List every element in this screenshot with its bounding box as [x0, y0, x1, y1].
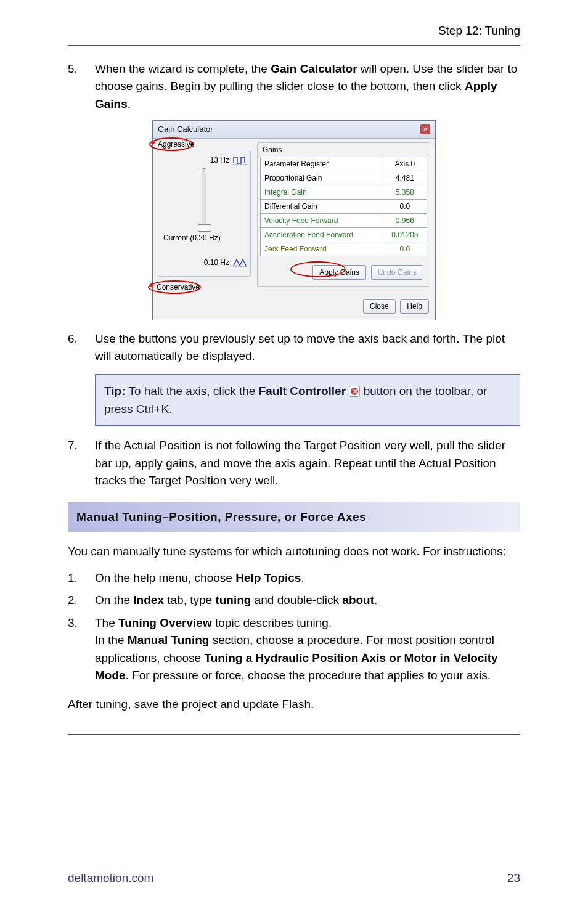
page-content: 5. When the wizard is complete, the Gain…	[0, 46, 588, 735]
step-7-num: 7.	[68, 437, 95, 490]
closing-text: After tuning, save the project and updat…	[68, 696, 520, 714]
tuning-overview-term: Tuning Overview	[118, 616, 212, 629]
current-hz: 0.20 Hz)	[192, 234, 220, 242]
step-5-num: 5.	[68, 60, 95, 113]
table-row: Acceleration Feed Forward0.01205	[261, 227, 427, 242]
table-row: Jerk Feed Forward0.0	[261, 242, 427, 256]
close-button[interactable]: Close	[363, 299, 396, 314]
slider-bottom-row: 0.10 Hz	[160, 257, 248, 268]
gains-table: Parameter Register Axis 0 Proportional G…	[260, 157, 427, 256]
close-icon[interactable]: ✕	[420, 124, 430, 134]
aggressive-label: Aggressive	[158, 139, 194, 150]
gains-panel: Gains Parameter Register Axis 0 Proporti…	[255, 139, 435, 293]
page-header: Step 12: Tuning	[0, 0, 588, 45]
step-7: 7. If the Actual Position is not followi…	[68, 437, 520, 490]
undo-gains-button[interactable]: Undo Gains	[371, 265, 423, 280]
ramp-wave-icon	[233, 257, 248, 268]
fault-controller-icon: ✕	[349, 386, 360, 397]
step-6: 6. Use the buttons you previously set up…	[68, 330, 520, 365]
col-parameter: Parameter Register	[261, 157, 383, 171]
table-row: Velocity Feed Forward0.966	[261, 213, 427, 227]
current-label: Current (	[163, 234, 192, 242]
table-row: Proportional Gain4.481	[261, 171, 427, 185]
low-hz-label: 0.10 Hz	[160, 257, 233, 268]
tuning-term: tuning	[215, 593, 251, 606]
index-term: Index	[133, 593, 164, 606]
manual-step-2: 2. On the Index tab, type tuning and dou…	[68, 592, 520, 609]
manual-intro: You can manually tune systems for which …	[68, 543, 520, 561]
manual-step-3: 3. The Tuning Overview topic describes t…	[68, 614, 520, 685]
table-row: Differential Gain0.0	[261, 199, 427, 213]
top-hz-label: 13 Hz	[160, 155, 233, 166]
step-5-body: When the wizard is complete, the Gain Ca…	[95, 60, 520, 113]
dialog-body: Aggressive 13 Hz Current (0.20 Hz)	[153, 139, 435, 293]
about-term: about	[342, 593, 374, 606]
step-7-body: If the Actual Position is not following …	[95, 437, 520, 490]
tip-box: Tip: To halt the axis, click the Fault C…	[95, 374, 520, 426]
slider-panel: Aggressive 13 Hz Current (0.20 Hz)	[153, 139, 255, 293]
step-6-body: Use the buttons you previously set up to…	[95, 330, 520, 365]
gain-calculator-term: Gain Calculator	[271, 62, 357, 75]
step-6-num: 6.	[68, 330, 95, 365]
gains-group-label: Gains	[260, 144, 427, 157]
gain-calculator-dialog: Gain Calculator ✕ Aggressive 13 Hz	[152, 120, 436, 320]
section-heading: Manual Tuning–Position, Pressure, or For…	[68, 502, 520, 532]
slider-top-row: 13 Hz	[160, 155, 248, 166]
gain-slider[interactable]	[202, 168, 206, 230]
dialog-title: Gain Calculator	[158, 123, 213, 136]
tip-label: Tip:	[104, 385, 125, 397]
dialog-titlebar: Gain Calculator ✕	[153, 121, 435, 139]
help-topics-term: Help Topics	[235, 571, 301, 584]
footer-page-number: 23	[507, 870, 520, 887]
manual-tuning-term: Manual Tuning	[128, 634, 210, 646]
help-button[interactable]: Help	[400, 299, 429, 314]
dialog-footer: Close Help	[153, 293, 435, 320]
conservative-label: Conservative	[157, 282, 200, 293]
square-wave-icon	[233, 155, 248, 166]
footer-site: deltamotion.com	[68, 870, 153, 887]
manual-step-1: 1. On the help menu, choose Help Topics.	[68, 569, 520, 587]
header-title: Step 12: Tuning	[438, 24, 520, 37]
page-footer: deltamotion.com 23	[0, 865, 588, 887]
apply-gains-button[interactable]: Apply Gains	[312, 265, 366, 280]
slider-thumb[interactable]	[198, 224, 211, 232]
footer-rule	[68, 734, 520, 735]
col-axis: Axis 0	[383, 157, 427, 171]
fault-controller-term: Fault Controller	[259, 385, 346, 397]
step-5: 5. When the wizard is complete, the Gain…	[68, 60, 520, 113]
table-row: Integral Gain5.358	[261, 185, 427, 199]
